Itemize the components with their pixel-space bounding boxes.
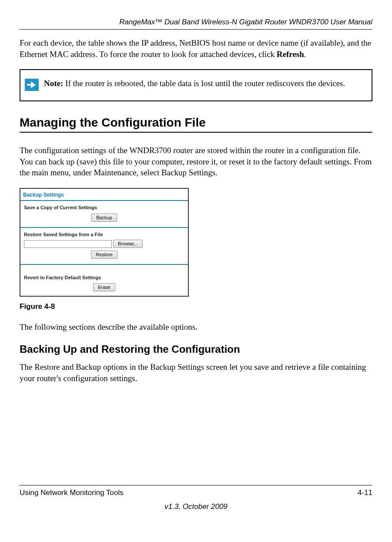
note-text-wrap: Note: If the router is rebooted, the tab… xyxy=(44,78,345,89)
footer-rule xyxy=(20,485,372,485)
restore-button[interactable]: Restore xyxy=(91,251,117,259)
screenshot-hr-1 xyxy=(20,200,188,201)
save-copy-label: Save a Copy of Current Settings xyxy=(24,204,184,211)
figure-caption: Figure 4-8 xyxy=(20,302,372,312)
section-heading: Managing the Configuration File xyxy=(20,114,372,131)
intro-paragraph: For each device, the table shows the IP … xyxy=(20,37,372,60)
header-title: RangeMax™ Dual Band Wireless-N Gigabit R… xyxy=(20,17,372,27)
screenshot-title: Backup Settings xyxy=(20,189,188,199)
restore-section: Restore Saved Settings from a File Brows… xyxy=(20,231,188,263)
restore-label: Restore Saved Settings from a File xyxy=(24,231,184,238)
header-rule xyxy=(20,29,372,30)
subsection-paragraph: The Restore and Backup options in the Ba… xyxy=(20,361,372,384)
footer-version: v1.3, October 2009 xyxy=(20,502,372,512)
file-path-input[interactable] xyxy=(24,240,112,248)
revert-section: Revert to Factory Default Settings Erase xyxy=(20,268,188,296)
footer: Using Network Monitoring Tools 4-11 xyxy=(20,488,372,498)
save-copy-section: Save a Copy of Current Settings Backup xyxy=(20,204,188,226)
intro-period: . xyxy=(304,50,306,59)
section-paragraph: The configuration settings of the WNDR37… xyxy=(20,145,372,178)
following-paragraph: The following sections describe the avai… xyxy=(20,321,372,333)
subsection-heading: Backing Up and Restoring the Configurati… xyxy=(20,342,372,356)
figure-wrap: Backup Settings Save a Copy of Current S… xyxy=(20,188,372,297)
section-rule xyxy=(20,132,372,133)
screenshot-hr-2 xyxy=(20,227,188,228)
footer-page-number: 4-11 xyxy=(358,488,372,498)
backup-button[interactable]: Backup xyxy=(91,214,117,222)
arrow-note-icon xyxy=(25,79,39,91)
refresh-bold: Refresh xyxy=(277,50,304,59)
footer-left: Using Network Monitoring Tools xyxy=(20,488,124,498)
note-box: Note: If the router is rebooted, the tab… xyxy=(20,69,372,101)
note-label: Note: xyxy=(44,79,63,88)
backup-settings-screenshot: Backup Settings Save a Copy of Current S… xyxy=(20,188,189,297)
erase-button[interactable]: Erase xyxy=(93,283,115,291)
intro-text: For each device, the table shows the IP … xyxy=(20,38,371,59)
screenshot-hr-3 xyxy=(20,264,188,265)
browse-button[interactable]: Browse... xyxy=(113,240,143,248)
revert-label: Revert to Factory Default Settings xyxy=(24,274,184,281)
note-body: If the router is rebooted, the table dat… xyxy=(63,79,345,88)
